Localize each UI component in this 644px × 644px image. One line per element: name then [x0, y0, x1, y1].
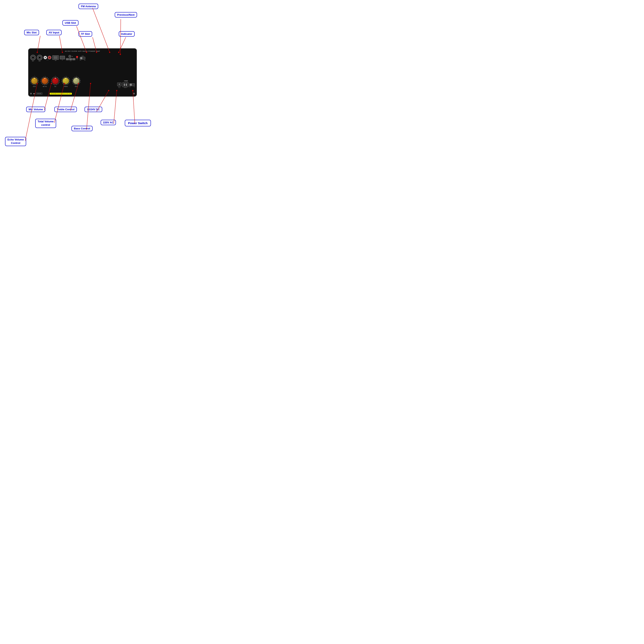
- amplifier-board: AC/DC D100K HIFI BASS POWER AMP MIC1 MIC…: [28, 48, 137, 97]
- usb-label: USB: [55, 60, 56, 61]
- karaoke-icon: [33, 93, 35, 94]
- light-toggle-labels: OFFON: [80, 60, 85, 61]
- treble-knob[interactable]: [62, 77, 70, 85]
- caution-area: CAUTION RISK OF ELECTRIC SHOCK DO NOT OP…: [50, 93, 72, 95]
- fm-label: FM: [72, 56, 73, 57]
- bottom-dot-right: [133, 93, 135, 94]
- bass-knob[interactable]: [72, 77, 81, 85]
- svg-line-0: [93, 8, 110, 52]
- usb-slot-annotation: USB Slot: [62, 20, 78, 26]
- mic-slot-annotation: Mic Slot: [24, 30, 39, 35]
- rca-left[interactable]: [43, 56, 47, 59]
- echo-knob[interactable]: [30, 77, 39, 85]
- previous-next-annotation: Previous/Next: [115, 12, 137, 18]
- usb-slot[interactable]: [52, 55, 59, 60]
- mic2-label: MIC2: [39, 61, 41, 62]
- tf-label: TF: [62, 60, 63, 61]
- power-section-label: POWER: [124, 80, 128, 82]
- ac-label: AC-220V: [124, 87, 127, 88]
- karaoke-label: KARAOKE: [36, 93, 42, 95]
- caution-label: CAUTION RISK OF ELECTRIC SHOCK DO NOT OP…: [50, 93, 72, 95]
- tf-slot-annotation: TF Slot: [78, 31, 92, 37]
- rca-right[interactable]: [48, 56, 51, 59]
- rca-lr-label: L R: [46, 60, 48, 61]
- treble-control-annotation: Treble Control: [54, 107, 77, 112]
- mic-volume-annotation: Mic Volume: [26, 107, 45, 112]
- play-pause-button[interactable]: ▶‖: [69, 58, 72, 60]
- ir-label: IR: [77, 59, 77, 60]
- echo-volume-annotation: Echo VolumeControl: [5, 137, 26, 146]
- mic2-jack[interactable]: [37, 55, 42, 60]
- power-toggle[interactable]: [129, 83, 135, 86]
- ac-voltage-annotation: 220V AC: [101, 120, 116, 125]
- power-switch-annotation: Power Switch: [125, 120, 151, 126]
- mic1-label: MIC1: [32, 61, 34, 62]
- treble-knob-group: - + TREBLE: [62, 75, 70, 87]
- av-input-annotation: AV Input: [46, 30, 62, 35]
- total-volume-annotation: Total Volumecontrol: [35, 119, 56, 128]
- dc-voltage-annotation: 12/24V DC: [85, 107, 102, 112]
- vol-knob[interactable]: [51, 77, 60, 85]
- led-indicator: [76, 56, 78, 58]
- echo-knob-group: - + ECHO: [30, 75, 39, 87]
- mic1-jack[interactable]: [30, 55, 36, 60]
- prev-button[interactable]: |◁: [66, 58, 69, 60]
- dc-connector[interactable]: [117, 83, 122, 86]
- light-label: LIGHT: [81, 56, 84, 57]
- bass-knob-group: - + BASS: [72, 75, 81, 87]
- indicator-annotation: Indicator: [119, 31, 135, 37]
- ir-in-label: IR IN: [70, 61, 71, 61]
- dc-label2: DC 24V: [118, 87, 121, 88]
- mic-vol-knob-group: - + MIC VOL: [41, 75, 49, 87]
- next-button[interactable]: ▷|: [72, 58, 75, 60]
- ac-connector[interactable]: [122, 82, 128, 87]
- dc-label: DC 12V: [118, 86, 121, 87]
- fm-jack[interactable]: [68, 55, 71, 58]
- light-toggle[interactable]: [80, 57, 85, 60]
- read-label: READ: [76, 58, 78, 59]
- mic-vol-knob[interactable]: [41, 77, 49, 85]
- power-toggle-labels: OFFON: [129, 86, 135, 87]
- board-model-label: AC/DC D100K HIFI BASS POWER AMP: [65, 50, 100, 52]
- bottom-dot-left: [30, 93, 32, 94]
- vol-knob-group: - + VOL: [51, 75, 60, 87]
- bass-control-annotation: Bass Control: [71, 126, 93, 131]
- tf-slot[interactable]: [60, 56, 65, 59]
- fm-antenna-annotation: FM Antenna: [78, 4, 98, 9]
